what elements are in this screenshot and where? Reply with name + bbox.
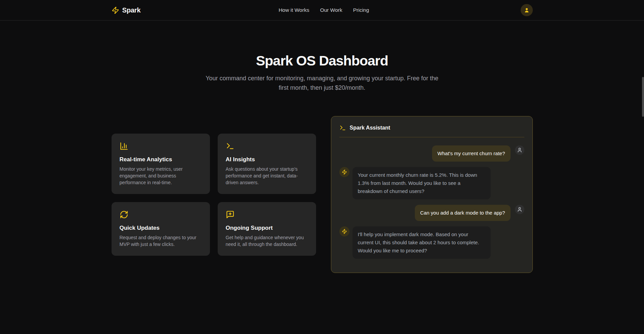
chat-message-assistant: Your current monthly churn rate is 5.2%.… <box>339 167 524 199</box>
feature-card-quick-updates: Quick Updates Request and deploy changes… <box>112 202 210 256</box>
main-section: Real-time Analytics Monitor your key met… <box>0 116 644 273</box>
zap-icon <box>342 229 347 234</box>
page-title: Spark OS Dashboard <box>0 53 644 69</box>
assistant-message-bubble: I'll help you implement dark mode. Based… <box>352 226 491 259</box>
feature-title: AI Insights <box>226 156 308 163</box>
feature-description: Get help and guidance whenever you need … <box>226 234 308 248</box>
assistant-message-bubble: Your current monthly churn rate is 5.2%.… <box>352 167 491 199</box>
feature-description: Ask questions about your startup's perfo… <box>226 166 308 186</box>
assistant-avatar <box>339 226 349 236</box>
feature-card-ai-insights: AI Insights Ask questions about your sta… <box>218 134 316 194</box>
zap-icon <box>342 169 347 175</box>
feature-description: Monitor your key metrics, user engagemen… <box>120 166 202 186</box>
chat-message-user: Can you add a dark mode to the app? <box>339 205 524 221</box>
page-subtitle: Your command center for monitoring, mana… <box>203 74 442 92</box>
assistant-avatar <box>339 167 349 177</box>
navbar: Spark How it Works Our Work Pricing <box>0 0 644 21</box>
nav-link-our-work[interactable]: Our Work <box>320 7 342 13</box>
feature-title: Quick Updates <box>120 225 202 231</box>
feature-card-analytics: Real-time Analytics Monitor your key met… <box>112 134 210 194</box>
brand-logo[interactable]: Spark <box>112 6 141 14</box>
message-square-plus-icon <box>226 210 308 219</box>
chat-messages: What's my current churn rate? <box>339 145 524 259</box>
user-message-bubble: Can you add a dark mode to the app? <box>415 205 511 221</box>
user-icon <box>517 147 522 153</box>
user-avatar <box>515 205 524 214</box>
assistant-panel-header: Spark Assistant <box>339 124 524 131</box>
terminal-icon <box>339 124 346 131</box>
zap-icon <box>112 6 119 14</box>
chat-message-user: What's my current churn rate? <box>339 145 524 162</box>
feature-title: Real-time Analytics <box>120 156 202 163</box>
nav-link-how-it-works[interactable]: How it Works <box>279 7 309 13</box>
nav-link-pricing[interactable]: Pricing <box>353 7 369 13</box>
feature-title: Ongoing Support <box>226 225 308 231</box>
assistant-panel-title: Spark Assistant <box>350 125 390 131</box>
terminal-icon <box>226 142 308 150</box>
user-icon <box>524 7 530 13</box>
spark-assistant-panel: Spark Assistant What's my current churn … <box>331 116 533 273</box>
refresh-icon <box>120 210 202 219</box>
features-grid: Real-time Analytics Monitor your key met… <box>112 134 316 256</box>
chat-message-assistant: I'll help you implement dark mode. Based… <box>339 226 524 259</box>
hero-section: Spark OS Dashboard Your command center f… <box>0 21 644 92</box>
account-avatar-button[interactable] <box>521 4 533 16</box>
user-message-bubble: What's my current churn rate? <box>432 145 510 162</box>
feature-description: Request and deploy changes to your MVP w… <box>120 234 202 248</box>
panel-divider <box>339 137 524 137</box>
brand-name: Spark <box>122 6 141 14</box>
user-icon <box>517 207 522 212</box>
nav-links: How it Works Our Work Pricing <box>279 7 369 13</box>
vertical-scrollbar-thumb[interactable] <box>642 77 644 117</box>
feature-card-ongoing-support: Ongoing Support Get help and guidance wh… <box>218 202 316 256</box>
user-avatar <box>515 145 524 155</box>
bar-chart-icon <box>120 142 202 150</box>
